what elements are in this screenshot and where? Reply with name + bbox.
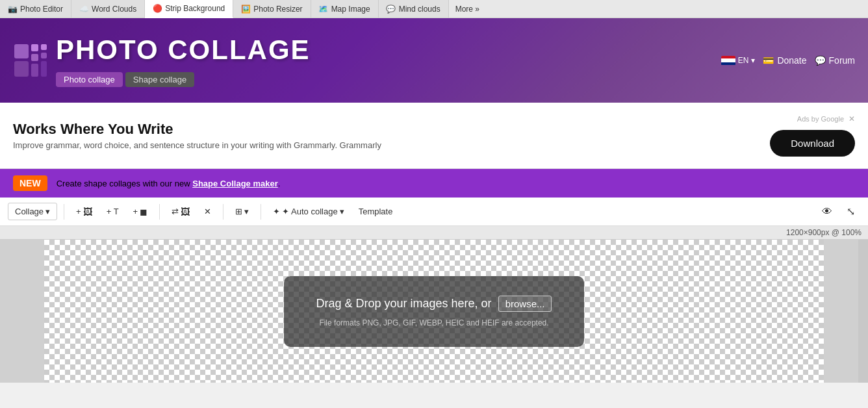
- lang-label: EN: [738, 56, 749, 65]
- tab-mind-clouds[interactable]: 💬 Mind clouds: [379, 0, 449, 18]
- svg-rect-5: [41, 44, 47, 50]
- shape-collage-maker-link[interactable]: Shape Collage maker: [192, 179, 278, 188]
- format-text: File formats PNG, JPG, GIF, WEBP, HEIC a…: [316, 318, 552, 327]
- plus-text-icon: + T: [107, 207, 119, 216]
- add-image-button[interactable]: + 🖼: [71, 203, 97, 220]
- scrollbar-right[interactable]: [858, 240, 868, 383]
- hero-banner: PHOTO COLLAGE Photo collage Shape collag…: [0, 18, 868, 103]
- ad-close-button[interactable]: ✕: [849, 114, 855, 123]
- preview-button[interactable]: 👁: [817, 203, 837, 221]
- strip-background-icon: 🔴: [153, 4, 162, 13]
- fullscreen-button[interactable]: ⤡: [841, 202, 860, 221]
- donate-button[interactable]: 💳 Donate: [763, 55, 806, 66]
- canvas-area: 1200×900px @ 100% Drag & Drop your image…: [0, 226, 868, 383]
- grid-button[interactable]: ⊞ ▾: [230, 203, 254, 220]
- svg-rect-6: [41, 53, 47, 58]
- shape-icon: ◼: [140, 207, 147, 217]
- tab-photo-editor[interactable]: 📷 Photo Editor: [0, 0, 71, 18]
- tab-more[interactable]: More »: [449, 0, 486, 18]
- canvas-workspace[interactable]: Drag & Drop your images here, or browse.…: [0, 240, 868, 383]
- hero-title: PHOTO COLLAGE: [56, 34, 311, 66]
- image-icon: 🖼: [83, 207, 92, 217]
- browser-tabs: 📷 Photo Editor ☁️ Word Clouds 🔴 Strip Ba…: [0, 0, 868, 18]
- uk-flag-icon: [721, 56, 735, 66]
- auto-collage-button[interactable]: ✦ ✦ Auto collage ▾: [268, 203, 349, 220]
- forum-button[interactable]: 💬 Forum: [815, 55, 855, 66]
- svg-rect-7: [41, 61, 47, 77]
- svg-rect-2: [31, 44, 38, 51]
- forum-icon: 💬: [815, 55, 826, 66]
- toolbar: Collage ▾ + 🖼 + T + ◼ ⇄ 🖼 ✕ ⊞ ▾ ✦ ✦ Auto…: [0, 198, 868, 226]
- separator-4: [261, 204, 261, 220]
- ad-download-button[interactable]: Download: [770, 130, 855, 157]
- replace-icon: ⇄: [172, 207, 179, 216]
- svg-rect-1: [14, 61, 29, 77]
- map-image-icon: 🗺️: [319, 5, 328, 14]
- collage-dropdown-arrow: ▾: [45, 207, 50, 216]
- shape-collage-nav-btn[interactable]: Shape collage: [125, 72, 194, 87]
- collage-canvas[interactable]: Drag & Drop your images here, or browse.…: [44, 240, 824, 383]
- replace-image-icon: 🖼: [181, 207, 190, 217]
- grid-icon: ⊞: [235, 207, 242, 216]
- ad-subtext: Improve grammar, word choice, and senten…: [13, 140, 381, 150]
- ad-content: Works Where You Write Improve grammar, w…: [13, 121, 381, 150]
- auto-collage-icon: ✦: [273, 207, 280, 216]
- word-clouds-icon: ☁️: [79, 5, 88, 14]
- delete-icon: ✕: [204, 207, 211, 216]
- logo-icon: [13, 43, 48, 78]
- plus-shape-icon: +: [133, 207, 138, 216]
- hero-content: PHOTO COLLAGE Photo collage Shape collag…: [0, 34, 721, 87]
- svg-rect-4: [31, 64, 38, 77]
- lang-chevron: ▾: [751, 56, 755, 65]
- photo-collage-nav-btn[interactable]: Photo collage: [56, 72, 123, 87]
- new-banner-text: Create shape collages with our new Shape…: [57, 179, 281, 188]
- separator-1: [64, 204, 64, 220]
- ad-headline: Works Where You Write: [13, 121, 381, 138]
- new-badge: NEW: [13, 175, 47, 191]
- fullscreen-icon: ⤡: [847, 205, 855, 218]
- template-button[interactable]: Template: [353, 203, 398, 220]
- tab-strip-background[interactable]: 🔴 Strip Background: [145, 0, 233, 18]
- ad-label: Ads by Google ✕: [797, 114, 855, 123]
- plus-icon: +: [76, 207, 81, 216]
- svg-rect-3: [31, 54, 38, 61]
- mind-clouds-icon: 💬: [387, 5, 396, 14]
- add-shape-button[interactable]: + ◼: [128, 203, 153, 220]
- collage-dropdown[interactable]: Collage ▾: [8, 203, 57, 220]
- svg-rect-0: [14, 44, 29, 58]
- ad-banner: Works Where You Write Improve grammar, w…: [0, 103, 868, 169]
- donate-icon: 💳: [763, 55, 774, 66]
- separator-3: [223, 204, 223, 220]
- delete-button[interactable]: ✕: [199, 203, 216, 220]
- browse-button[interactable]: browse...: [498, 296, 552, 312]
- tab-photo-resizer[interactable]: 🖼️ Photo Resizer: [233, 0, 311, 18]
- grid-dropdown-arrow: ▾: [244, 207, 249, 216]
- ad-right: Ads by Google ✕ Download: [770, 114, 855, 157]
- auto-collage-arrow: ▾: [340, 207, 344, 216]
- preview-icon: 👁: [822, 206, 832, 218]
- hero-logo: PHOTO COLLAGE Photo collage Shape collag…: [13, 34, 311, 87]
- tab-word-clouds[interactable]: ☁️ Word Clouds: [71, 0, 145, 18]
- hero-nav-buttons: Photo collage Shape collage: [56, 72, 311, 87]
- hero-right: EN ▾ 💳 Donate 💬 Forum: [721, 55, 868, 66]
- add-text-button[interactable]: + T: [101, 203, 124, 220]
- new-feature-banner: NEW Create shape collages with our new S…: [0, 169, 868, 198]
- language-selector[interactable]: EN ▾: [721, 56, 756, 66]
- photo-editor-icon: 📷: [8, 5, 17, 14]
- drop-zone-text: Drag & Drop your images here, or browse.…: [316, 296, 552, 312]
- drop-zone[interactable]: Drag & Drop your images here, or browse.…: [284, 276, 585, 347]
- tab-map-image[interactable]: 🗺️ Map Image: [311, 0, 379, 18]
- photo-resizer-icon: 🖼️: [241, 5, 250, 14]
- canvas-info: 1200×900px @ 100%: [0, 226, 868, 240]
- separator-2: [159, 204, 160, 220]
- replace-image-button[interactable]: ⇄ 🖼: [166, 203, 195, 220]
